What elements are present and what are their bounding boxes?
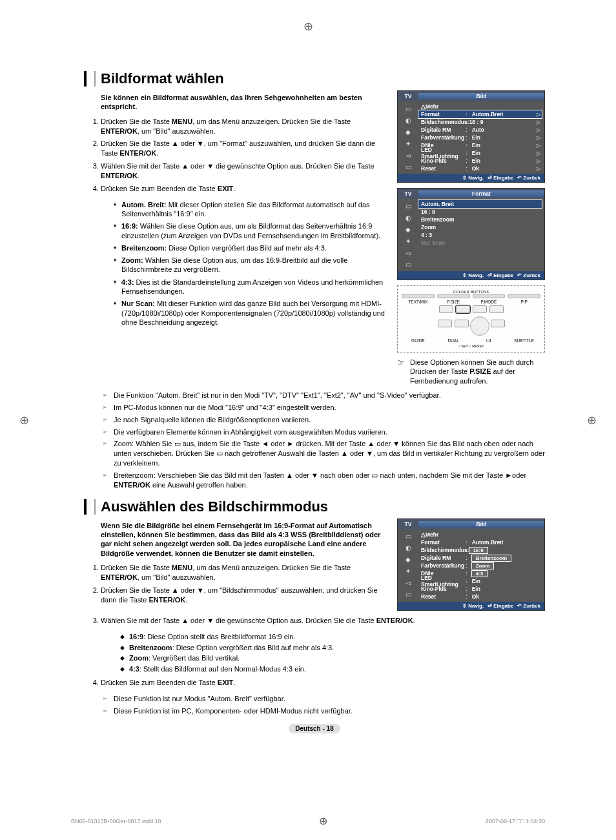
page-number: Deutsch - 18 bbox=[289, 724, 340, 733]
osd-item[interactable]: Format:Autom.Breit bbox=[418, 538, 542, 546]
osd-item[interactable]: 4 : 3 bbox=[418, 231, 542, 239]
chevron-right-icon: ▷ bbox=[537, 119, 540, 125]
footer: BN68-01313B-00Ger-0817.indd 18 ⊕ 2007-08… bbox=[71, 815, 545, 827]
chevron-right-icon: ▷ bbox=[537, 127, 540, 133]
section1-notes: Die Funktion "Autom. Breit" ist nur in d… bbox=[84, 391, 545, 490]
osd-sound-icon: ◐ bbox=[403, 544, 413, 553]
bullet: Autom. Breit: Mit dieser Option stellen … bbox=[114, 200, 388, 219]
osd-setup-icon: ✦ bbox=[403, 139, 413, 148]
diamond-item: Breitenzoom: Diese Option vergrößert das… bbox=[120, 643, 545, 653]
osd-enter-hint: Eingabe bbox=[488, 603, 513, 609]
chevron-right-icon: ▷ bbox=[537, 112, 540, 118]
osd-enter-hint: Eingabe bbox=[488, 175, 513, 181]
osd-tv-label: TV bbox=[398, 521, 418, 528]
osd-setup-icon: ✦ bbox=[403, 567, 413, 576]
registration-mark-left: ⊕ bbox=[19, 413, 29, 427]
osd-item[interactable]: Zoom bbox=[418, 223, 542, 231]
osd-item[interactable]: Breitenzoom bbox=[418, 216, 542, 223]
osd-item-disabled: Nur Scan bbox=[418, 239, 542, 247]
section2-intro: Wenn Sie die Bildgröße bei einem Fernseh… bbox=[101, 521, 388, 558]
osd-item[interactable]: Bildschirmmodus:16 : 9▷ bbox=[418, 118, 542, 126]
osd-picture-icon: ▭ bbox=[403, 201, 413, 210]
section1-bullets: Autom. Breit: Mit dieser Option stellen … bbox=[84, 200, 388, 327]
osd-title: Bild bbox=[418, 93, 544, 99]
osd-format-menu: TV Format ▭ ◐ ◆ ✦ ◅ ▭ Autom. Breit 16 : … bbox=[397, 188, 545, 280]
bullet: Zoom: Wählen Sie diese Option aus, um da… bbox=[114, 256, 388, 274]
osd-item-format[interactable]: Format:Autom.Breit▷ bbox=[418, 110, 542, 118]
bullet: 16:9: Wählen Sie diese Option aus, um al… bbox=[114, 221, 388, 240]
osd-item[interactable]: Reset:Ok▷ bbox=[418, 165, 542, 172]
section2-steps-cont: Wählen Sie mit der Taste ▲ oder ▼ die ge… bbox=[84, 616, 545, 626]
osd-nav-hint: Navig. bbox=[462, 272, 484, 278]
step: Drücken Sie die Taste MENU, um das Menü … bbox=[101, 117, 388, 136]
remote-psize-label: P.SIZE bbox=[437, 300, 470, 304]
chevron-right-icon: ▷ bbox=[537, 158, 540, 164]
note: Die Funktion "Autom. Breit" ist nur in d… bbox=[102, 391, 545, 400]
section1-title: Bildformat wählen bbox=[84, 71, 545, 87]
osd-title: Bild bbox=[418, 521, 544, 528]
osd-item-autom-breit[interactable]: Autom. Breit bbox=[418, 200, 542, 208]
osd-more: △Mehr bbox=[418, 531, 542, 538]
osd-back-hint: Zurück bbox=[517, 603, 540, 609]
chevron-right-icon: ▷ bbox=[537, 143, 540, 149]
osd-input-icon: ◅ bbox=[403, 150, 413, 159]
osd-item[interactable]: Kino-Plus:Ein▷ bbox=[418, 157, 542, 165]
osd-dtv-icon: ▭ bbox=[403, 162, 413, 171]
osd-dtv-icon: ▭ bbox=[403, 260, 413, 269]
diamond-item: 4:3: Stellt das Bildformat auf den Norma… bbox=[120, 664, 545, 674]
osd-picture-icon: ▭ bbox=[403, 104, 413, 113]
osd-item[interactable]: Reset:Ok bbox=[418, 593, 542, 600]
chevron-right-icon: ▷ bbox=[537, 150, 540, 156]
remote-pmode-label: P.MODE bbox=[473, 300, 506, 304]
osd-back-hint: Zurück bbox=[517, 272, 540, 278]
diamond-item: 16:9: Diese Option stellt das Breitbildf… bbox=[120, 632, 545, 642]
section2-title: Auswählen des Bildschirmmodus bbox=[84, 499, 545, 515]
note: Zoom: Wählen Sie ▭ aus, indem Sie die Ta… bbox=[102, 439, 545, 468]
section2-diamond-list: 16:9: Diese Option stellt das Breitbildf… bbox=[84, 632, 545, 674]
osd-item[interactable]: LED SmartLighting:Ein▷ bbox=[418, 149, 542, 157]
chevron-right-icon: ▷ bbox=[537, 135, 540, 141]
osd-channel-icon: ◆ bbox=[403, 555, 413, 564]
osd-sound-icon: ◐ bbox=[403, 116, 413, 125]
remote-pip-label: PIP bbox=[508, 300, 540, 304]
bullet: 4:3: Dies ist die Standardeinstellung zu… bbox=[114, 278, 388, 296]
osd-dtv-icon: ▭ bbox=[403, 590, 413, 599]
remote-textmix-label: TEXT/MIX bbox=[402, 300, 435, 304]
section2-steps-end: Drücken Sie zum Beenden die Taste EXIT. bbox=[84, 678, 545, 688]
step: Drücken Sie zum Beenden die Taste EXIT. bbox=[101, 184, 388, 194]
osd-icon-column: ▭ ◐ ◆ ✦ ◅ ▭ bbox=[398, 101, 418, 174]
osd-item[interactable]: Farbverstärkung:Zoom bbox=[418, 562, 542, 569]
section2-steps: Drücken Sie die Taste MENU, um das Menü … bbox=[84, 563, 388, 604]
step: Drücken Sie die Taste ▲ oder ▼, um "Form… bbox=[101, 139, 388, 158]
osd-item[interactable]: 16 : 9 bbox=[418, 208, 542, 216]
osd-bild-menu: TV Bild ▭ ◐ ◆ ✦ ◅ ▭ △Mehr Format:Autom.B… bbox=[397, 90, 545, 183]
osd-icon-column: ▭ ◐ ◆ ✦ ◅ ▭ bbox=[398, 529, 418, 602]
remote-guide-label: GUIDE bbox=[402, 338, 435, 343]
osd-item[interactable]: Digitale RM:Breitenzoom bbox=[418, 554, 542, 562]
psize-hand-note: ☞ Diese Optionen können Sie auch durch D… bbox=[397, 358, 545, 385]
osd-icon-column: ▭ ◐ ◆ ✦ ◅ ▭ bbox=[398, 199, 418, 271]
note: Diese Funktion ist im PC, Komponenten- o… bbox=[102, 706, 545, 716]
note: Diese Funktion ist nur Modus "Autom. Bre… bbox=[102, 694, 545, 704]
osd-channel-icon: ◆ bbox=[403, 225, 413, 234]
footer-left: BN68-01313B-00Ger-0817.indd 18 bbox=[71, 818, 161, 825]
osd-item-bildschirmmodus[interactable]: Bildschirmmodus:16:9 bbox=[418, 546, 542, 554]
remote-iii-label: I-II bbox=[473, 338, 506, 343]
page: ⊕ ⊕ ⊕ Bildformat wählen Sie können ein B… bbox=[0, 0, 616, 840]
remote-diagram: COLOUR BUTTONS TEXT/MIX P.SIZE P.MODE PI… bbox=[397, 285, 545, 353]
osd-more: △Mehr bbox=[418, 103, 542, 110]
osd-sound-icon: ◐ bbox=[403, 213, 413, 222]
osd-input-icon: ◅ bbox=[403, 579, 413, 588]
registration-mark-top: ⊕ bbox=[303, 19, 313, 34]
osd-item[interactable]: LED SmartLighting:Ein bbox=[418, 577, 542, 585]
remote-set-reset: ○ SET ○ RESET bbox=[402, 344, 540, 348]
registration-mark-bottom: ⊕ bbox=[319, 815, 327, 827]
footer-right: 2007-08-17 □□ 1:04:20 bbox=[486, 818, 545, 825]
registration-mark-right: ⊕ bbox=[587, 413, 597, 427]
bullet: Nur Scan: Mit dieser Funktion wird das g… bbox=[114, 299, 388, 327]
osd-item[interactable]: Farbverstärkung:Ein▷ bbox=[418, 134, 542, 141]
osd-item[interactable]: Digitale RM:Auto▷ bbox=[418, 126, 542, 134]
osd-item[interactable]: Kino-Plus:Ein bbox=[418, 585, 542, 593]
bullet: Breitenzoom: Diese Option vergrößert das… bbox=[114, 243, 388, 252]
osd-picture-icon: ▭ bbox=[403, 532, 413, 541]
